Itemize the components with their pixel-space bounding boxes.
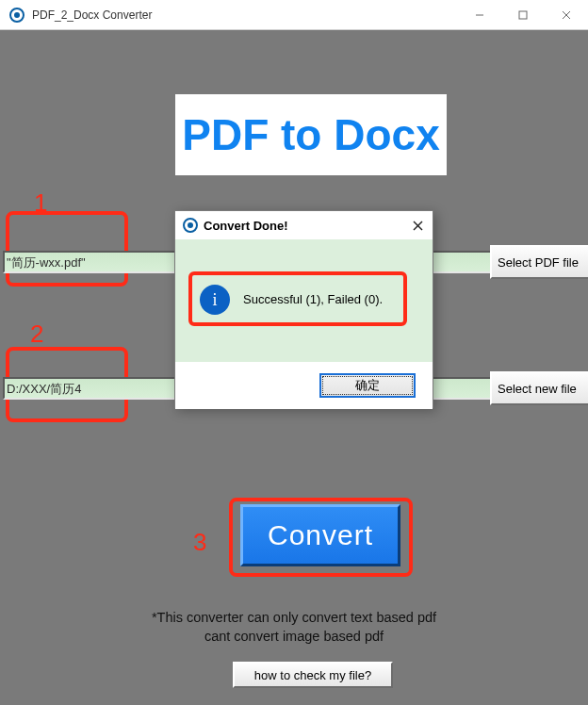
select-output-label: Select new file	[498, 382, 577, 396]
window-controls	[458, 0, 588, 30]
logo-text: PDF to Docx	[182, 109, 439, 160]
dialog-titlebar: Convert Done!	[175, 211, 433, 239]
dialog-close-button[interactable]	[406, 215, 429, 236]
convert-label: Convert	[268, 519, 373, 551]
dialog-ok-button[interactable]: 确定	[319, 373, 416, 398]
logo-box: PDF to Docx	[175, 94, 447, 175]
howto-button[interactable]: how to check my file?	[233, 662, 393, 688]
annotation-box-dialog	[188, 271, 407, 326]
app-icon	[9, 8, 24, 23]
note-text: *This converter can only convert text ba…	[0, 609, 588, 646]
convert-button[interactable]: Convert	[240, 504, 400, 566]
close-icon	[413, 221, 423, 231]
svg-rect-1	[519, 11, 527, 19]
window-title: PDF_2_Docx Converter	[32, 8, 152, 22]
close-button[interactable]	[545, 0, 588, 30]
maximize-button[interactable]	[501, 0, 545, 30]
select-pdf-label: Select PDF file	[498, 255, 579, 270]
select-output-button[interactable]: Select new file	[490, 371, 588, 405]
select-pdf-button[interactable]: Select PDF file	[490, 245, 588, 279]
convert-done-dialog: Convert Done! i Successful (1), Failed (…	[174, 210, 433, 408]
dialog-title: Convert Done!	[204, 219, 288, 233]
annotation-number-2: 2	[30, 320, 43, 349]
minimize-button[interactable]	[458, 0, 501, 30]
note-line-1: *This converter can only convert text ba…	[0, 609, 588, 628]
dialog-ok-label: 确定	[355, 378, 380, 394]
note-line-2: cant convert image based pdf	[0, 628, 588, 647]
dialog-footer: 确定	[175, 362, 433, 409]
dialog-app-icon	[183, 218, 198, 233]
output-path-value: D:/XXX/简历4	[7, 381, 81, 398]
titlebar: PDF_2_Docx Converter	[0, 0, 588, 30]
dialog-body: i Successful (1), Failed (0).	[175, 239, 433, 362]
main-area: PDF to Docx 1 "简历-wxx.pdf" Select PDF fi…	[0, 30, 588, 705]
howto-label: how to check my file?	[254, 668, 371, 682]
pdf-source-value: "简历-wxx.pdf"	[7, 254, 86, 271]
annotation-number-3: 3	[193, 528, 206, 557]
